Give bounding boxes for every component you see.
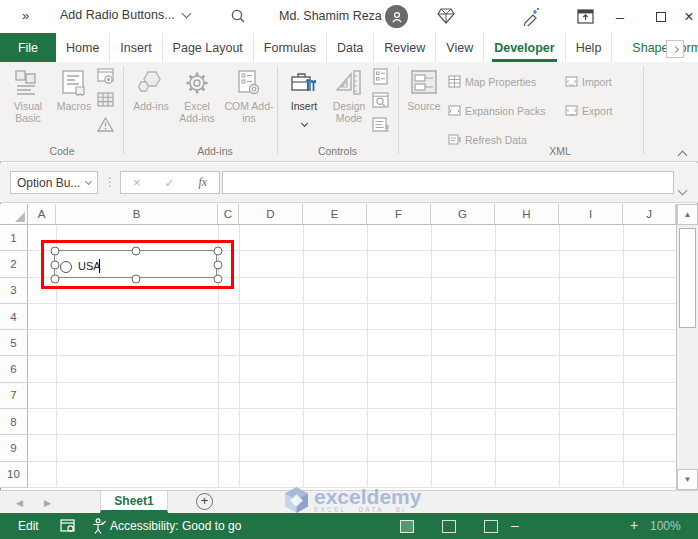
source-button[interactable]: Source [402,66,446,142]
name-box[interactable]: Option Bu... [10,171,98,194]
row-header-4[interactable]: 4 [0,304,28,330]
workbook-title-dropdown[interactable]: Add Radio Buttons... [60,8,190,22]
accessibility-status[interactable]: Accessibility: Good to go [110,519,241,533]
insert-controls-button[interactable]: Insert [284,66,324,142]
accessibility-icon[interactable] [92,518,106,534]
resize-handle-top-middle[interactable] [132,247,141,256]
add-ins-button[interactable]: Add-ins [131,66,171,142]
code-small-buttons [97,68,114,133]
row-header-10[interactable]: 10 [0,462,28,488]
tab-data[interactable]: Data [327,33,374,62]
column-header-a[interactable]: A [28,204,56,225]
row-header-2[interactable]: 2 [0,251,28,277]
export-button[interactable]: Export [565,104,612,117]
column-header-c[interactable]: C [218,204,239,225]
tab-help[interactable]: Help [566,33,613,62]
row-header-3[interactable]: 3 [0,278,28,304]
macros-button[interactable]: Macros [52,66,96,142]
view-code-icon[interactable] [372,92,389,109]
tab-review[interactable]: Review [374,33,436,62]
com-add-ins-button[interactable]: COM Add-ins [223,66,275,142]
sheet-nav-left-button[interactable]: ◀ [16,498,23,508]
expansion-packs-button[interactable]: Expansion Packs [448,104,546,117]
column-header-j[interactable]: J [623,204,676,225]
quick-access-overflow-button[interactable]: » [22,8,29,23]
visual-basic-icon [13,68,43,98]
visual-basic-button[interactable]: Visual Basic [6,66,50,142]
macro-recording-icon[interactable] [60,519,75,533]
resize-handle-top-left[interactable] [51,247,60,256]
collapse-ribbon-button[interactable] [679,145,691,155]
maximize-button[interactable] [646,0,676,33]
page-layout-view-button[interactable] [442,520,456,533]
column-header-b[interactable]: B [56,204,218,225]
scroll-down-button[interactable]: ▼ [677,469,698,490]
premium-diamond-icon[interactable] [437,8,455,24]
row-header-1[interactable]: 1 [0,225,28,251]
formula-bar-more-handle[interactable]: ⋮ [104,175,116,189]
row-header-8[interactable]: 8 [0,409,28,435]
resize-handle-bottom-middle[interactable] [132,275,141,284]
row-header-7[interactable]: 7 [0,383,28,409]
grid-line [303,225,304,488]
formula-input[interactable] [222,171,674,194]
column-header-e[interactable]: E [303,204,367,225]
tab-overflow-button[interactable] [666,40,684,58]
column-header-i[interactable]: I [559,204,623,225]
properties-icon[interactable] [372,68,389,85]
new-sheet-button[interactable]: + [196,493,213,510]
cancel-button[interactable]: × [133,175,141,190]
resize-handle-middle-left[interactable] [51,261,60,270]
tab-page-layout[interactable]: Page Layout [163,33,254,62]
tab-formulas[interactable]: Formulas [254,33,327,62]
editor-wand-icon[interactable] [522,7,541,26]
column-header-d[interactable]: D [239,204,303,225]
ribbon-display-options-icon[interactable] [577,9,594,24]
import-button[interactable]: Import [565,75,612,88]
normal-view-button[interactable] [400,520,414,533]
tab-home[interactable]: Home [56,33,110,62]
row-header-6[interactable]: 6 [0,356,28,382]
macro-security-icon[interactable] [97,116,114,133]
column-header-f[interactable]: F [367,204,431,225]
vertical-scroll-thumb[interactable] [679,228,696,328]
avatar[interactable] [385,5,408,28]
resize-handle-middle-right[interactable] [214,261,223,270]
sheet-tab-sheet1[interactable]: Sheet1 [100,491,168,513]
radio-button-label[interactable]: USA [78,260,101,272]
cell-mode-indicator: Edit [18,519,39,533]
radio-button-circle[interactable] [60,261,72,273]
tab-insert[interactable]: Insert [110,33,162,62]
map-properties-button[interactable]: Map Properties [448,75,536,88]
row-header-5[interactable]: 5 [0,330,28,356]
row-header-9[interactable]: 9 [0,435,28,461]
resize-handle-bottom-left[interactable] [51,275,60,284]
group-label-controls: Controls [277,145,398,157]
minimize-button[interactable]: – [605,0,635,33]
search-icon[interactable] [230,8,246,24]
tab-view[interactable]: View [436,33,484,62]
tab-developer[interactable]: Developer [484,33,565,62]
enter-button[interactable]: ✓ [164,176,174,190]
zoom-level[interactable]: 100% [650,519,681,533]
insert-function-button[interactable]: fx [198,175,207,190]
page-break-view-button[interactable] [484,520,498,533]
vertical-scrollbar[interactable]: ▲ ▼ [677,204,698,490]
zoom-out-button[interactable]: – [511,517,519,533]
close-button[interactable]: × [680,0,698,33]
resize-handle-top-right[interactable] [214,247,223,256]
zoom-in-button[interactable]: + [630,517,638,533]
expand-formula-bar-button[interactable] [679,180,686,198]
resize-handle-bottom-right[interactable] [214,275,223,284]
sheet-nav-right-button[interactable]: ▶ [44,498,51,508]
tab-shape-format[interactable]: Shape Format [622,33,698,62]
design-mode-button[interactable]: Design Mode [326,66,372,142]
excel-add-ins-button[interactable]: Excel Add-ins [173,66,221,142]
run-dialog-icon[interactable] [372,116,389,133]
tab-file[interactable]: File [0,33,56,62]
scroll-up-button[interactable]: ▲ [677,204,698,225]
column-header-g[interactable]: G [431,204,495,225]
use-relative-references-icon[interactable] [97,92,114,109]
record-macro-icon[interactable] [97,68,114,85]
column-header-h[interactable]: H [495,204,559,225]
